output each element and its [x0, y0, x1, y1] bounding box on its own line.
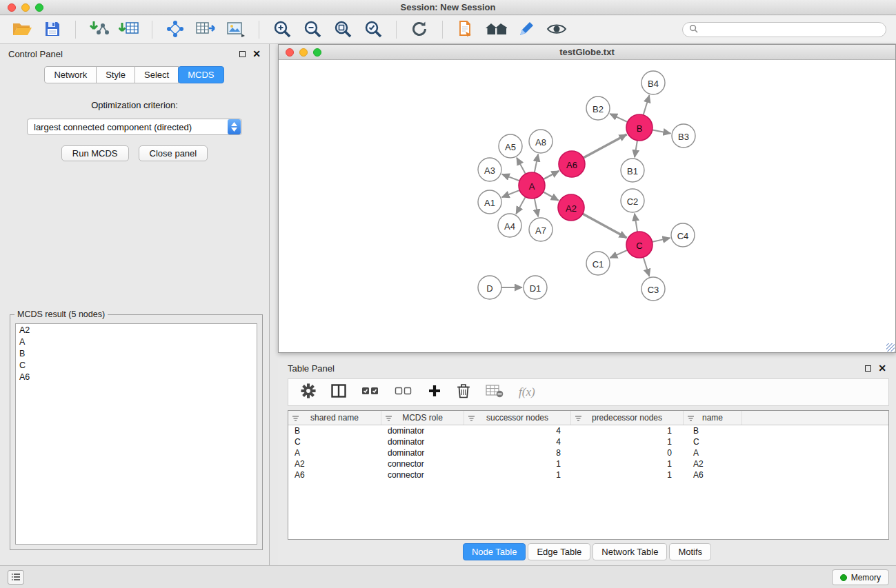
run-mcds-button[interactable]: Run MCDS	[61, 145, 129, 161]
table-cell: A2	[288, 458, 381, 469]
tab-network-table[interactable]: Network Table	[593, 543, 667, 560]
graph-node-C3[interactable]: C3	[641, 277, 665, 301]
graph-node-B3[interactable]: B3	[672, 124, 695, 148]
table-cell: dominator	[381, 425, 464, 436]
graph-node-B1[interactable]: B1	[621, 159, 644, 182]
open-folder-icon	[12, 21, 32, 39]
svg-text:D: D	[486, 283, 492, 294]
refresh-view-button[interactable]	[407, 19, 432, 41]
graph-node-C[interactable]: C	[626, 232, 653, 258]
table-row[interactable]: A2connector11A2	[288, 458, 888, 469]
graph-node-A2[interactable]: A2	[558, 194, 584, 221]
graph-node-C2[interactable]: C2	[621, 189, 644, 212]
save-floppy-icon	[44, 21, 61, 39]
select-all-icon[interactable]	[361, 385, 379, 399]
export-table-button[interactable]	[193, 19, 218, 41]
tab-edge-table[interactable]: Edge Table	[528, 543, 590, 560]
save-session-button[interactable]	[40, 19, 65, 41]
import-network-icon	[88, 20, 109, 40]
close-panel-icon[interactable]: ✕	[252, 49, 261, 59]
sort-icon	[687, 414, 695, 424]
table-cell: B	[288, 425, 381, 436]
new-document-button[interactable]	[453, 19, 478, 41]
zoom-in-button[interactable]	[270, 19, 295, 41]
graph-node-A8[interactable]: A8	[529, 130, 552, 153]
table-cell: A6	[684, 469, 742, 480]
mcds-result-item[interactable]: C	[16, 360, 257, 372]
toolbar-search[interactable]	[682, 22, 886, 37]
memory-button[interactable]: Memory	[832, 569, 889, 585]
mcds-result-item[interactable]: B	[16, 348, 257, 360]
toolbar-separator	[396, 21, 397, 39]
table-settings-gear-icon[interactable]	[301, 383, 316, 401]
table-row[interactable]: A6connector11A6	[288, 469, 888, 480]
table-cell: C	[288, 436, 381, 447]
table-cell: 1	[571, 425, 684, 436]
tab-select[interactable]: Select	[135, 66, 179, 83]
hide-table-icon[interactable]	[486, 385, 504, 401]
table-cell: 1	[464, 469, 571, 480]
graph-node-A3[interactable]: A3	[478, 158, 501, 181]
column-header-successor-nodes[interactable]: successor nodes	[464, 411, 571, 425]
search-input[interactable]	[702, 25, 879, 34]
graph-node-C4[interactable]: C4	[671, 223, 695, 247]
graph-node-B2[interactable]: B2	[586, 97, 610, 120]
close-table-panel-icon[interactable]: ✕	[878, 363, 886, 373]
style-brush-button[interactable]	[514, 19, 539, 41]
graph-node-D1[interactable]: D1	[524, 276, 547, 299]
mcds-result-item[interactable]: A6	[16, 372, 257, 383]
graph-node-A1[interactable]: A1	[478, 190, 501, 214]
unselect-all-icon[interactable]	[395, 385, 412, 399]
tab-motifs[interactable]: Motifs	[669, 543, 711, 560]
show-columns-icon[interactable]	[331, 384, 346, 401]
mcds-result-list[interactable]: A2ABCA6	[15, 323, 257, 545]
column-header-predecessor-nodes[interactable]: predecessor nodes	[571, 411, 684, 425]
node-table[interactable]: shared name MCDS role successor nodes pr…	[288, 410, 889, 540]
float-table-panel-icon[interactable]	[865, 365, 871, 372]
apply-layout-button[interactable]	[163, 19, 188, 41]
table-row[interactable]: Cdominator41C	[288, 436, 888, 447]
show-hide-details-button[interactable]	[544, 19, 569, 41]
tab-style[interactable]: Style	[96, 66, 135, 83]
window-resize-grip[interactable]	[886, 343, 895, 352]
column-header-mcds-role[interactable]: MCDS role	[381, 411, 464, 425]
import-table-button[interactable]	[117, 19, 141, 41]
graph-node-A7[interactable]: A7	[529, 218, 552, 241]
zoom-out-button[interactable]	[300, 19, 325, 41]
column-header-shared-name[interactable]: shared name	[288, 411, 381, 425]
sort-icon	[468, 414, 475, 424]
table-cell: dominator	[381, 436, 464, 447]
export-image-button[interactable]	[223, 19, 248, 41]
function-builder-button[interactable]: f(x)	[519, 385, 535, 399]
graph-node-D[interactable]: D	[478, 276, 501, 299]
add-column-icon[interactable]	[428, 384, 441, 401]
table-row[interactable]: Adominator80A	[288, 447, 888, 458]
close-panel-button[interactable]: Close panel	[139, 145, 208, 161]
delete-trash-icon[interactable]	[457, 383, 470, 401]
zoom-fit-button[interactable]	[330, 19, 355, 41]
graph-node-B[interactable]: B	[626, 114, 653, 141]
graph-node-A5[interactable]: A5	[499, 134, 522, 158]
float-panel-icon[interactable]	[239, 51, 246, 57]
table-row[interactable]: Bdominator41B	[288, 425, 888, 436]
tab-node-table[interactable]: Node Table	[463, 543, 526, 560]
home-button[interactable]	[484, 19, 508, 41]
network-graph[interactable]: B4B2BB3A5A8A6A3B1AC2A1A2A4A7C4CC1DD1C3	[279, 60, 895, 352]
graph-node-A4[interactable]: A4	[498, 214, 521, 237]
graph-node-C1[interactable]: C1	[586, 252, 610, 275]
open-session-button[interactable]	[10, 19, 34, 41]
import-network-button[interactable]	[86, 19, 111, 41]
graph-node-A[interactable]: A	[519, 172, 545, 199]
graph-node-A6[interactable]: A6	[559, 151, 585, 177]
optimization-criterion-select[interactable]: largest connected component (directed)	[27, 119, 242, 135]
mcds-result-item[interactable]: A	[16, 336, 257, 348]
graph-node-B4[interactable]: B4	[641, 71, 665, 94]
network-canvas[interactable]: B4B2BB3A5A8A6A3B1AC2A1A2A4A7C4CC1DD1C3	[279, 60, 895, 352]
tab-network[interactable]: Network	[44, 66, 97, 83]
column-header-name[interactable]: name	[684, 411, 742, 425]
mcds-result-item[interactable]: A2	[16, 325, 257, 336]
tab-mcds[interactable]: MCDS	[178, 66, 223, 83]
sort-icon	[575, 414, 582, 424]
zoom-selected-button[interactable]	[361, 19, 386, 41]
task-history-button[interactable]	[8, 570, 24, 585]
